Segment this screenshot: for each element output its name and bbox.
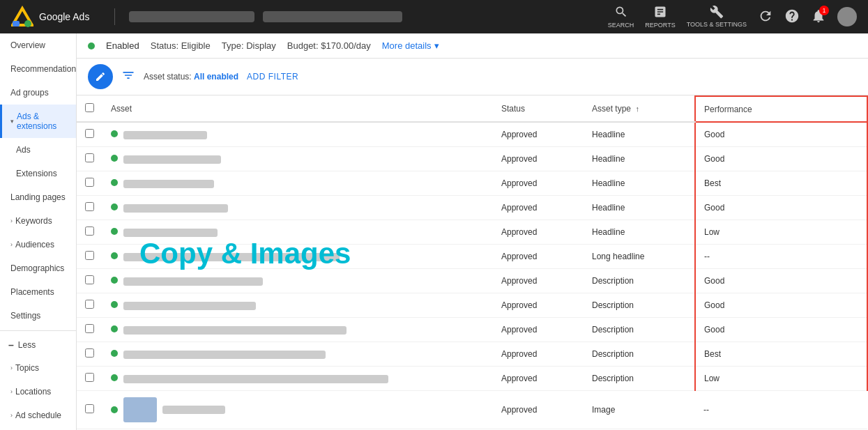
row-checkbox[interactable] bbox=[85, 275, 94, 284]
asset-name-blurred bbox=[123, 180, 214, 188]
help-btn[interactable] bbox=[784, 8, 800, 26]
status-cell: Approved bbox=[493, 122, 584, 147]
sidebar-item-overview[interactable]: Overview bbox=[0, 33, 76, 57]
sidebar-label-extensions: Extensions bbox=[16, 169, 57, 178]
sidebar-label-ads-extensions: Ads & extensions bbox=[17, 112, 68, 131]
more-details-label: More details bbox=[382, 40, 432, 51]
asset-status-value: All enabled bbox=[194, 72, 238, 82]
asset-thumb-cell bbox=[111, 397, 485, 422]
sidebar-less-toggle[interactable]: – Less bbox=[0, 334, 76, 356]
refresh-btn[interactable] bbox=[758, 8, 773, 26]
status-header[interactable]: Status bbox=[493, 96, 584, 122]
add-filter-btn[interactable]: ADD FILTER bbox=[247, 72, 298, 82]
row-checkbox[interactable] bbox=[85, 300, 94, 309]
sidebar-item-locations[interactable]: › Locations bbox=[0, 380, 76, 404]
reports-nav-btn[interactable]: REPORTS bbox=[645, 5, 675, 29]
sidebar-item-demographics[interactable]: Demographics bbox=[0, 256, 76, 280]
chevron-down-icon: ▾ bbox=[10, 118, 14, 125]
asset-name-blurred bbox=[123, 204, 228, 213]
assettype-cell: Description bbox=[584, 318, 695, 342]
row-checkbox[interactable] bbox=[85, 251, 94, 260]
asset-name-blurred bbox=[123, 326, 347, 335]
svg-rect-2 bbox=[13, 21, 20, 26]
campaign-name-blurred bbox=[129, 11, 254, 22]
sidebar-item-settings[interactable]: Settings bbox=[0, 304, 76, 328]
checkbox-header[interactable] bbox=[77, 96, 102, 122]
row-checkbox[interactable] bbox=[85, 129, 94, 138]
sidebar-item-topics[interactable]: › Topics bbox=[0, 356, 76, 380]
assettype-cell: Headline bbox=[584, 147, 695, 171]
asset-name-blurred bbox=[123, 375, 388, 383]
chevron-right-icon5: › bbox=[10, 412, 13, 419]
row-checkbox-cell bbox=[77, 196, 102, 220]
sidebar-item-adschedule[interactable]: › Ad schedule bbox=[0, 404, 76, 427]
asset-header[interactable]: Asset bbox=[102, 96, 493, 122]
assettype-cell: Headline bbox=[584, 220, 695, 245]
sidebar-label-settings: Settings bbox=[10, 311, 40, 321]
sidebar-item-keywords[interactable]: › Keywords bbox=[0, 209, 76, 233]
sidebar-item-placements[interactable]: Placements bbox=[0, 280, 76, 304]
tools-nav-btn[interactable]: TOOLS & SETTINGS bbox=[687, 5, 747, 29]
row-checkbox-cell bbox=[77, 318, 102, 342]
chevron-right-icon2: › bbox=[10, 241, 13, 248]
assettype-header[interactable]: Asset type ↑ bbox=[584, 96, 695, 122]
row-checkbox[interactable] bbox=[85, 226, 94, 236]
sidebar-label-demographics: Demographics bbox=[10, 263, 64, 273]
type-info: Type: Display bbox=[222, 40, 276, 51]
sidebar-item-recommendations[interactable]: Recommendations bbox=[0, 57, 76, 81]
edit-pencil-btn[interactable] bbox=[88, 64, 113, 89]
performance-header[interactable]: Performance bbox=[695, 96, 867, 122]
status-info: Status: Eligible bbox=[151, 40, 211, 51]
status-cell: Approved bbox=[493, 269, 584, 293]
user-avatar[interactable] bbox=[837, 7, 857, 26]
enabled-label: Enabled bbox=[106, 40, 139, 51]
table-row: ApprovedDescriptionGood bbox=[77, 293, 867, 318]
sidebar-item-ads[interactable]: Ads bbox=[0, 138, 76, 162]
google-ads-icon bbox=[11, 6, 33, 28]
notification-badge: 1 bbox=[819, 6, 829, 15]
search-nav-btn[interactable]: SEARCH bbox=[608, 5, 634, 29]
status-cell: Approved bbox=[493, 220, 584, 245]
status-cell: Approved bbox=[493, 367, 584, 391]
table-row: ApprovedHeadlineGood bbox=[77, 196, 867, 220]
top-nav-actions: SEARCH REPORTS TOOLS & SETTINGS bbox=[608, 5, 857, 29]
reports-icon bbox=[653, 5, 667, 20]
chevron-right-icon3: › bbox=[10, 364, 13, 371]
notifications-btn[interactable]: 1 bbox=[811, 8, 826, 26]
row-checkbox[interactable] bbox=[85, 178, 94, 187]
performance-cell: Good bbox=[695, 269, 867, 293]
filter-icon-btn[interactable] bbox=[121, 68, 135, 86]
select-all-checkbox[interactable] bbox=[85, 103, 94, 112]
status-cell: Approved bbox=[493, 293, 584, 318]
asset-cell bbox=[102, 245, 493, 269]
sidebar-item-extensions[interactable]: Extensions bbox=[0, 162, 76, 185]
row-checkbox-cell bbox=[77, 147, 102, 171]
row-checkbox[interactable] bbox=[85, 348, 94, 358]
sidebar-item-audiences[interactable]: › Audiences bbox=[0, 233, 76, 256]
sidebar-item-adgroups[interactable]: Ad groups bbox=[0, 81, 76, 105]
sidebar-item-landing-pages[interactable]: Landing pages bbox=[0, 185, 76, 209]
row-status-dot bbox=[111, 350, 118, 357]
status-cell: Approved bbox=[493, 196, 584, 220]
asset-name-blurred bbox=[123, 155, 221, 164]
sidebar-item-ads-extensions[interactable]: ▾ Ads & extensions bbox=[0, 105, 76, 138]
sort-arrow-icon: ↑ bbox=[635, 105, 639, 113]
assettype-cell: Headline bbox=[584, 171, 695, 196]
row-checkbox[interactable] bbox=[85, 324, 94, 333]
asset-cell bbox=[102, 220, 493, 245]
row-checkbox[interactable] bbox=[85, 202, 94, 211]
row-checkbox[interactable] bbox=[85, 153, 94, 162]
asset-name-blurred bbox=[162, 406, 225, 414]
more-details-btn[interactable]: More details ▾ bbox=[382, 40, 439, 51]
sidebar-label-placements: Placements bbox=[10, 287, 54, 297]
row-checkbox[interactable] bbox=[85, 404, 94, 413]
sidebar-label-topics: Topics bbox=[15, 363, 39, 373]
assets-table: Asset Status Asset type ↑ Performance bbox=[77, 95, 868, 430]
row-status-dot bbox=[111, 155, 118, 162]
sidebar-label-locations: Locations bbox=[15, 387, 51, 397]
search-icon bbox=[614, 5, 628, 20]
asset-cell bbox=[102, 367, 493, 391]
row-checkbox[interactable] bbox=[85, 373, 94, 382]
svg-point-1 bbox=[24, 20, 31, 27]
sidebar-item-devices[interactable]: Devices bbox=[0, 427, 76, 430]
